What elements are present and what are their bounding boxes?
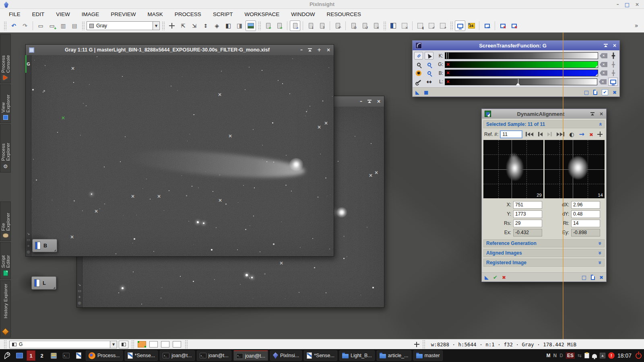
- zoom-in-icon[interactable]: [78, 295, 81, 299]
- statusbar-grip[interactable]: [4, 340, 6, 349]
- rename-view-button[interactable]: [35, 21, 46, 31]
- auto-stretch-button[interactable]: [414, 69, 423, 77]
- sample-marker[interactable]: [218, 198, 222, 203]
- minimize-button[interactable]: [360, 99, 362, 104]
- reset-dialog-button[interactable]: [599, 274, 603, 281]
- ref-number-input[interactable]: [500, 130, 522, 138]
- sample-marker[interactable]: [317, 125, 321, 130]
- first-sample-button[interactable]: [526, 132, 533, 136]
- new-image-button[interactable]: +: [263, 21, 273, 31]
- close-window-button[interactable]: ✖: [497, 21, 508, 31]
- app-close-button[interactable]: [635, 2, 639, 7]
- section-aligned-images[interactable]: Aligned Images: [483, 249, 605, 257]
- zoom-in-button[interactable]: [425, 61, 433, 68]
- menu-process[interactable]: PROCESS: [175, 11, 201, 17]
- track-view-checkbox[interactable]: [602, 89, 608, 95]
- menu-script[interactable]: SCRIPT: [213, 11, 233, 17]
- file-close-button[interactable]: ×: [371, 21, 381, 31]
- dy-input[interactable]: [571, 210, 600, 218]
- section-registered-image[interactable]: Registered Image: [483, 259, 605, 267]
- sidebar-tab-process-explorer[interactable]: Process Explorer: [0, 124, 11, 173]
- readout-mode-button[interactable]: [223, 21, 233, 31]
- apply-global-button[interactable]: [424, 88, 428, 96]
- sample-marker[interactable]: [218, 92, 222, 97]
- sample-marker[interactable]: [279, 261, 283, 265]
- menu-mask[interactable]: MASK: [148, 11, 163, 17]
- reset-dialog-button[interactable]: [613, 88, 617, 96]
- reset-channel-button[interactable]: [599, 79, 607, 84]
- mask-preview-button[interactable]: ⌕: [438, 21, 448, 31]
- sample-marker[interactable]: [157, 194, 161, 199]
- stf-titlebar[interactable]: ScreenTransferFunction: G: [413, 41, 619, 50]
- x-input[interactable]: [513, 201, 542, 209]
- browse-documentation-button[interactable]: [593, 90, 597, 95]
- section-reference-generation[interactable]: Reference Generation: [483, 239, 605, 247]
- stf-b-slider[interactable]: [445, 70, 598, 76]
- indicator-m[interactable]: M: [547, 353, 551, 358]
- dropdown-arrow-button[interactable]: [110, 341, 117, 348]
- shade-button[interactable]: [367, 100, 372, 103]
- toolbar-grip[interactable]: [383, 21, 386, 30]
- minimize-button[interactable]: [300, 47, 303, 53]
- image-mode-button[interactable]: [246, 21, 256, 31]
- workspace-thumb-3[interactable]: [161, 341, 169, 348]
- expand-section-icon[interactable]: [597, 241, 603, 245]
- sample-marker[interactable]: [369, 173, 373, 178]
- app-minimize-button[interactable]: [617, 2, 619, 7]
- cancel-button[interactable]: [502, 274, 506, 281]
- indicator-d[interactable]: D: [559, 353, 563, 358]
- show-desktop-button[interactable]: [14, 350, 25, 361]
- new-instance-button[interactable]: [415, 88, 419, 96]
- sidebar-tab-script-editor[interactable]: Script Editor: [0, 242, 11, 279]
- toolbar-grip[interactable]: [450, 21, 453, 30]
- power-button[interactable]: [636, 353, 642, 359]
- indicator-n[interactable]: N: [553, 353, 557, 358]
- color-space-dropdown[interactable]: Gray: [87, 21, 160, 30]
- track-view-3[interactable]: [609, 69, 618, 77]
- menu-preview[interactable]: PREVIEW: [111, 11, 136, 17]
- menu-view[interactable]: VIEW: [56, 11, 70, 17]
- collapse-section-icon[interactable]: [597, 122, 603, 126]
- sample-marker[interactable]: [70, 234, 74, 239]
- save-file-button[interactable]: ↑: [317, 21, 327, 31]
- notifications-icon[interactable]: [592, 354, 597, 358]
- revert-file-button[interactable]: ↶: [332, 21, 343, 31]
- remove-mask-button[interactable]: ×: [399, 21, 410, 31]
- taskbar-window-terminal-3[interactable]: joan@t...: [233, 350, 268, 361]
- taskbar-window-terminal-2[interactable]: joan@t...: [197, 350, 231, 361]
- previous-sample-button[interactable]: [538, 132, 543, 136]
- da-titlebar[interactable]: DynamicAlignment: [482, 109, 606, 119]
- pin-button[interactable]: [590, 112, 594, 116]
- menu-image[interactable]: IMAGE: [82, 11, 99, 17]
- track-view-1[interactable]: [609, 52, 618, 60]
- front-image-canvas[interactable]: [31, 55, 334, 256]
- file-reload-button[interactable]: ↺: [359, 21, 370, 31]
- center-view-icon[interactable]: [78, 301, 81, 305]
- channel-tab[interactable]: G: [27, 62, 30, 66]
- sidebar-tab-process-console[interactable]: Process Console: [0, 34, 11, 83]
- pan-mode-button[interactable]: [167, 21, 177, 31]
- iconized-window-B[interactable]: B: [32, 239, 57, 252]
- iconized-window-L[interactable]: L: [31, 276, 56, 290]
- reset-channel-button[interactable]: [600, 70, 607, 76]
- browse-documentation-button[interactable]: [591, 275, 595, 280]
- screen-transfer-toggle[interactable]: [608, 78, 618, 86]
- rs-input[interactable]: [513, 220, 542, 227]
- app-maximize-button[interactable]: [625, 2, 630, 8]
- clock[interactable]: 18:07: [617, 352, 632, 359]
- toolbar-grip[interactable]: [82, 21, 85, 30]
- sample-marker[interactable]: [324, 121, 328, 125]
- edit-stf-button[interactable]: [414, 78, 423, 86]
- close-button[interactable]: [377, 99, 381, 104]
- sample-preview-target[interactable]: 14: [545, 140, 605, 198]
- goto-sample-button[interactable]: [579, 130, 584, 138]
- resize-icon[interactable]: [78, 283, 81, 287]
- pin-button[interactable]: [604, 44, 608, 47]
- track-view-2[interactable]: [609, 61, 618, 68]
- statusbar-grip[interactable]: [131, 340, 134, 349]
- stf-g-slider[interactable]: [445, 61, 598, 68]
- expand-section-icon[interactable]: [597, 251, 603, 255]
- contrast-toggle-icon[interactable]: [569, 132, 574, 137]
- editor-launcher[interactable]: [73, 350, 84, 361]
- workspace-2-button[interactable]: 2: [37, 350, 46, 361]
